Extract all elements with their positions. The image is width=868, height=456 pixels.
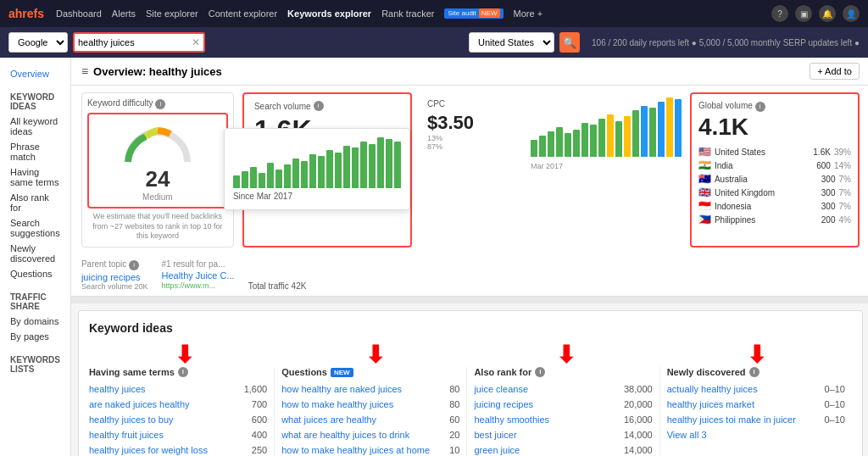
monitor-icon[interactable]: ▣ [795, 5, 812, 22]
user-icon[interactable]: 👤 [843, 5, 860, 22]
clear-search-icon[interactable]: ✕ [192, 36, 200, 48]
ki-keyword-0-2[interactable]: healthy juices to buy [89, 414, 174, 425]
gv-info-icon[interactable]: i [755, 102, 765, 112]
sidebar-header-keyword-ideas: KEYWORD IDEAS [0, 90, 70, 114]
col-info-icon-3[interactable]: i [749, 367, 760, 377]
ki-value-3-0: 0–10 [824, 384, 844, 394]
keyword-ideas-title: Keyword ideas [89, 321, 852, 335]
sv-info-icon[interactable]: i [314, 101, 324, 111]
ki-keyword-1-0[interactable]: how healthy are naked juices [281, 384, 402, 394]
sidebar-keywords-lists-section: KEYWORDS LISTS [0, 353, 70, 376]
ki-value-0-0: 1,600 [244, 384, 268, 394]
nav-dashboard[interactable]: Dashboard [56, 8, 102, 19]
sidebar-item-questions[interactable]: Questions [0, 266, 70, 281]
ki-value-3-2: 0–10 [824, 414, 844, 425]
sidebar-item-phrase-match[interactable]: Phrase match [0, 139, 70, 164]
nav-content-explorer[interactable]: Content explorer [209, 8, 277, 19]
gv-country-row-1: 🇮🇳 India 600 14% [698, 159, 851, 171]
help-icon[interactable]: ? [771, 5, 788, 22]
ki-value-1-0: 80 [449, 384, 459, 394]
nav-rank-tracker[interactable]: Rank tracker [381, 8, 434, 19]
ki-col-header-2: Also rank fori [474, 367, 652, 377]
ki-keyword-0-3[interactable]: healthy fruit juices [89, 430, 164, 440]
ki-keyword-3-2[interactable]: healthy juices toi make in juicer [667, 414, 796, 425]
popup-bar-13 [343, 146, 350, 188]
col-info-icon-2[interactable]: i [535, 367, 545, 377]
bell-icon[interactable]: 🔔 [819, 5, 836, 22]
popup-bar-10 [318, 156, 325, 188]
parent-topic-section: Parent topic i juicing recipes Search vo… [81, 259, 148, 291]
nav-site-audit[interactable]: Site audit [444, 8, 503, 19]
ki-keyword-0-4[interactable]: healthy juices for weight loss [89, 445, 208, 455]
kd-number: 24 [145, 166, 170, 192]
overview-header: ≡ Overview: healthy juices + Add to [71, 58, 868, 86]
arrow-col-1: ⬇ [89, 343, 280, 367]
ki-row-3-0: actually healthy juices 0–10 [667, 384, 845, 394]
nav-more[interactable]: More + [514, 8, 543, 19]
country-vol-4: 300 [821, 202, 836, 211]
search-engine-select[interactable]: Google [8, 32, 68, 53]
overview-second-row: Parent topic i juicing recipes Search vo… [71, 254, 868, 297]
sv-label: Search volume i [254, 101, 400, 111]
bar-7 [590, 125, 597, 157]
parent-topic-link[interactable]: juicing recipes [81, 272, 141, 282]
ki-value-1-2: 60 [449, 414, 459, 425]
sidebar-item-all-keyword-ideas[interactable]: All keyword ideas [0, 114, 70, 139]
search-input[interactable] [78, 37, 188, 47]
ki-col-1: QuestionsNEW how healthy are naked juice… [275, 367, 467, 456]
cpc-detail2: 87% [427, 142, 515, 151]
nav-icons: ? ▣ 🔔 👤 [771, 5, 860, 22]
ki-keyword-2-2[interactable]: healthy smoothies [474, 414, 549, 425]
popup-bar-5 [275, 170, 282, 188]
nav-site-explorer[interactable]: Site explorer [146, 8, 198, 19]
ki-keyword-1-4[interactable]: how to make healthy juices at home [281, 445, 430, 455]
ki-keyword-2-0[interactable]: juice cleanse [474, 384, 528, 394]
arrow-col-2: ⬇ [280, 343, 470, 367]
nav-alerts[interactable]: Alerts [112, 8, 136, 19]
first-result-link[interactable]: Healthy Juice C... [161, 270, 234, 281]
bar-15 [658, 102, 665, 157]
country-select[interactable]: United States [469, 32, 554, 53]
sidebar-item-having-same-terms[interactable]: Having same terms [0, 164, 70, 190]
add-to-button[interactable]: + Add to [810, 63, 860, 80]
kd-info-icon[interactable]: i [155, 99, 165, 109]
ki-keyword-0-1[interactable]: are naked juices healthy [89, 399, 190, 409]
popup-bar-18 [386, 139, 392, 188]
ki-keyword-1-3[interactable]: what are healthy juices to drink [281, 430, 409, 440]
ki-value-2-3: 14,000 [624, 430, 653, 440]
top-navigation: ahrefs Dashboard Alerts Site explorer Co… [0, 0, 868, 27]
sidebar-item-by-pages[interactable]: By pages [0, 329, 70, 344]
dp-since-label: Since Mar 2017 [233, 192, 401, 201]
parent-topic-search-vol: Search volume 20K [81, 282, 148, 291]
ki-keyword-3-1[interactable]: healthy juices market [667, 399, 754, 409]
sidebar-header-traffic-share: TRAFFIC SHARE [0, 290, 70, 314]
ki-keyword-0-0[interactable]: healthy juices [89, 384, 146, 394]
nav-keywords-explorer[interactable]: Keywords explorer [287, 8, 371, 19]
nav-links: Dashboard Alerts Site explorer Content e… [56, 8, 765, 19]
ki-keyword-3-0[interactable]: actually healthy juices [667, 384, 758, 394]
ki-keyword-2-3[interactable]: best juicer [474, 430, 516, 440]
country-vol-1: 600 [816, 161, 831, 170]
pt-info-icon[interactable]: i [129, 260, 139, 270]
ki-keyword-1-1[interactable]: how to make healthy juices [281, 399, 393, 409]
ki-row-3-2: healthy juices toi make in juicer 0–10 [667, 414, 845, 425]
country-name-3: United Kingdom [715, 188, 821, 197]
search-button[interactable]: 🔍 [559, 32, 580, 53]
col-info-icon-0[interactable]: i [178, 367, 188, 377]
dp-mini-chart [233, 137, 401, 188]
ki-view-all-3[interactable]: View all 3 [667, 430, 845, 440]
sidebar-item-by-domains[interactable]: By domains [0, 314, 70, 329]
search-bar: Google ✕ United States 🔍 106 / 200 daily… [0, 27, 868, 58]
ki-keyword-2-1[interactable]: juicing recipes [474, 399, 533, 409]
sidebar-item-overview[interactable]: Overview [0, 66, 70, 81]
sidebar-item-search-suggestions[interactable]: Search suggestions [0, 215, 70, 241]
ki-keyword-1-2[interactable]: what juices are healthy [281, 414, 376, 425]
metrics-area: Keyword difficulty i 24 [71, 86, 868, 254]
popup-bar-3 [259, 173, 265, 188]
ki-keyword-2-4[interactable]: green juice [474, 445, 520, 455]
sidebar-item-also-rank-for[interactable]: Also rank for [0, 190, 70, 215]
ki-row-2-4: green juice 14,000 [474, 445, 652, 455]
sidebar-item-newly-discovered[interactable]: Newly discovered [0, 241, 70, 266]
kd-gauge-svg [120, 120, 196, 166]
cpc-value: $3.50 [427, 112, 515, 134]
